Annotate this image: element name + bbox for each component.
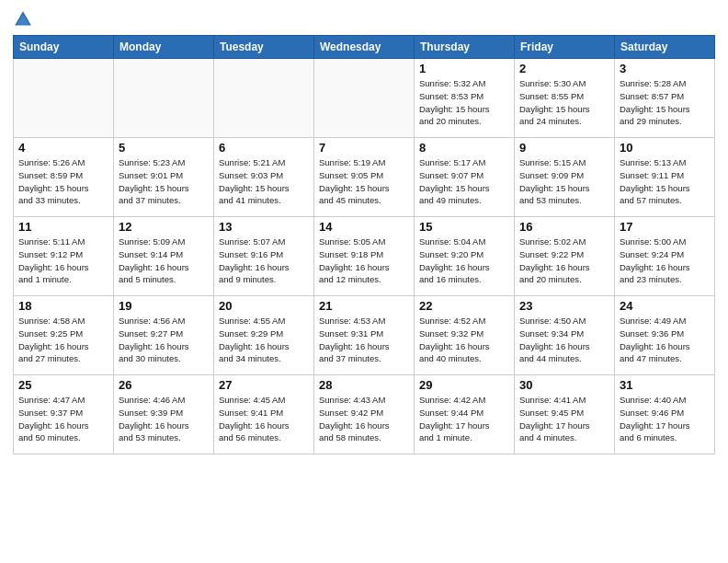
day-number: 29 <box>419 378 509 392</box>
calendar-cell: 27Sunrise: 4:45 AM Sunset: 9:41 PM Dayli… <box>214 375 314 454</box>
calendar-cell: 3Sunrise: 5:28 AM Sunset: 8:57 PM Daylig… <box>615 59 715 138</box>
week-row-4: 25Sunrise: 4:47 AM Sunset: 9:37 PM Dayli… <box>14 375 715 454</box>
day-number: 23 <box>519 299 609 313</box>
day-number: 3 <box>620 62 710 75</box>
day-info: Sunrise: 4:55 AM Sunset: 9:29 PM Dayligh… <box>219 315 309 365</box>
day-number: 25 <box>18 378 108 392</box>
day-number: 26 <box>119 378 209 392</box>
calendar-cell: 1Sunrise: 5:32 AM Sunset: 8:53 PM Daylig… <box>415 59 515 138</box>
day-info: Sunrise: 5:05 AM Sunset: 9:18 PM Dayligh… <box>319 236 409 286</box>
calendar-cell: 15Sunrise: 5:04 AM Sunset: 9:20 PM Dayli… <box>415 217 515 296</box>
day-info: Sunrise: 5:04 AM Sunset: 9:20 PM Dayligh… <box>419 236 509 286</box>
day-number: 15 <box>419 220 509 234</box>
day-info: Sunrise: 4:45 AM Sunset: 9:41 PM Dayligh… <box>219 394 309 444</box>
day-info: Sunrise: 5:11 AM Sunset: 9:12 PM Dayligh… <box>18 236 108 286</box>
week-row-1: 4Sunrise: 5:26 AM Sunset: 8:59 PM Daylig… <box>14 138 715 217</box>
calendar-cell: 14Sunrise: 5:05 AM Sunset: 9:18 PM Dayli… <box>314 217 415 296</box>
header-cell-wednesday: Wednesday <box>314 36 415 59</box>
day-info: Sunrise: 5:17 AM Sunset: 9:07 PM Dayligh… <box>419 156 509 207</box>
calendar-cell: 8Sunrise: 5:17 AM Sunset: 9:07 PM Daylig… <box>415 138 515 217</box>
day-number: 27 <box>219 378 309 392</box>
header-row: SundayMondayTuesdayWednesdayThursdayFrid… <box>14 36 715 59</box>
day-number: 5 <box>119 141 209 155</box>
week-row-3: 18Sunrise: 4:58 AM Sunset: 9:25 PM Dayli… <box>14 296 715 375</box>
calendar-cell: 26Sunrise: 4:46 AM Sunset: 9:39 PM Dayli… <box>114 375 214 454</box>
calendar-cell: 5Sunrise: 5:23 AM Sunset: 9:01 PM Daylig… <box>114 138 214 217</box>
calendar-cell: 16Sunrise: 5:02 AM Sunset: 9:22 PM Dayli… <box>515 217 615 296</box>
calendar-cell <box>214 59 314 138</box>
calendar-cell: 21Sunrise: 4:53 AM Sunset: 9:31 PM Dayli… <box>314 296 415 375</box>
day-number: 10 <box>620 141 710 155</box>
calendar-cell: 17Sunrise: 5:00 AM Sunset: 9:24 PM Dayli… <box>615 217 715 296</box>
day-number: 20 <box>219 299 309 313</box>
day-number: 18 <box>18 299 108 313</box>
day-number: 8 <box>419 141 509 155</box>
day-info: Sunrise: 5:23 AM Sunset: 9:01 PM Dayligh… <box>119 156 209 207</box>
day-info: Sunrise: 4:42 AM Sunset: 9:44 PM Dayligh… <box>419 394 509 444</box>
calendar-cell: 13Sunrise: 5:07 AM Sunset: 9:16 PM Dayli… <box>214 217 314 296</box>
header-cell-saturday: Saturday <box>615 36 715 59</box>
calendar-cell: 12Sunrise: 5:09 AM Sunset: 9:14 PM Dayli… <box>114 217 214 296</box>
header-cell-monday: Monday <box>114 36 214 59</box>
day-number: 16 <box>519 220 609 234</box>
calendar-cell: 4Sunrise: 5:26 AM Sunset: 8:59 PM Daylig… <box>14 138 114 217</box>
day-number: 19 <box>119 299 209 313</box>
day-number: 12 <box>119 220 209 234</box>
day-info: Sunrise: 5:02 AM Sunset: 9:22 PM Dayligh… <box>519 236 609 286</box>
day-info: Sunrise: 5:21 AM Sunset: 9:03 PM Dayligh… <box>219 156 309 207</box>
calendar-cell: 30Sunrise: 4:41 AM Sunset: 9:45 PM Dayli… <box>515 375 615 454</box>
calendar-cell: 29Sunrise: 4:42 AM Sunset: 9:44 PM Dayli… <box>415 375 515 454</box>
day-info: Sunrise: 5:00 AM Sunset: 9:24 PM Dayligh… <box>620 236 710 286</box>
day-info: Sunrise: 4:43 AM Sunset: 9:42 PM Dayligh… <box>319 394 409 444</box>
day-info: Sunrise: 5:13 AM Sunset: 9:11 PM Dayligh… <box>620 156 710 207</box>
day-info: Sunrise: 4:58 AM Sunset: 9:25 PM Dayligh… <box>18 315 108 365</box>
header-cell-tuesday: Tuesday <box>214 36 314 59</box>
calendar-cell: 10Sunrise: 5:13 AM Sunset: 9:11 PM Dayli… <box>615 138 715 217</box>
day-info: Sunrise: 5:28 AM Sunset: 8:57 PM Dayligh… <box>620 77 710 128</box>
header-cell-sunday: Sunday <box>14 36 114 59</box>
header-cell-friday: Friday <box>515 36 615 59</box>
day-info: Sunrise: 5:32 AM Sunset: 8:53 PM Dayligh… <box>419 77 509 128</box>
day-info: Sunrise: 4:49 AM Sunset: 9:36 PM Dayligh… <box>620 315 710 365</box>
day-number: 31 <box>620 378 710 392</box>
calendar-cell: 28Sunrise: 4:43 AM Sunset: 9:42 PM Dayli… <box>314 375 415 454</box>
day-info: Sunrise: 4:41 AM Sunset: 9:45 PM Dayligh… <box>519 394 609 444</box>
day-number: 13 <box>219 220 309 234</box>
day-info: Sunrise: 5:26 AM Sunset: 8:59 PM Dayligh… <box>18 156 108 207</box>
page: SundayMondayTuesdayWednesdayThursdayFrid… <box>0 0 728 563</box>
logo <box>13 9 36 29</box>
calendar-cell: 20Sunrise: 4:55 AM Sunset: 9:29 PM Dayli… <box>214 296 314 375</box>
calendar-cell: 11Sunrise: 5:11 AM Sunset: 9:12 PM Dayli… <box>14 217 114 296</box>
calendar-cell: 6Sunrise: 5:21 AM Sunset: 9:03 PM Daylig… <box>214 138 314 217</box>
calendar-cell <box>14 59 114 138</box>
header-cell-thursday: Thursday <box>415 36 515 59</box>
day-number: 7 <box>319 141 409 155</box>
day-number: 4 <box>18 141 108 155</box>
week-row-0: 1Sunrise: 5:32 AM Sunset: 8:53 PM Daylig… <box>14 59 715 138</box>
logo-icon <box>13 9 33 29</box>
day-info: Sunrise: 5:07 AM Sunset: 9:16 PM Dayligh… <box>219 236 309 286</box>
day-info: Sunrise: 4:56 AM Sunset: 9:27 PM Dayligh… <box>119 315 209 365</box>
day-info: Sunrise: 4:53 AM Sunset: 9:31 PM Dayligh… <box>319 315 409 365</box>
calendar-cell: 31Sunrise: 4:40 AM Sunset: 9:46 PM Dayli… <box>615 375 715 454</box>
calendar-cell: 22Sunrise: 4:52 AM Sunset: 9:32 PM Dayli… <box>415 296 515 375</box>
calendar-cell: 7Sunrise: 5:19 AM Sunset: 9:05 PM Daylig… <box>314 138 415 217</box>
day-info: Sunrise: 4:47 AM Sunset: 9:37 PM Dayligh… <box>18 394 108 444</box>
day-info: Sunrise: 5:09 AM Sunset: 9:14 PM Dayligh… <box>119 236 209 286</box>
calendar-cell <box>314 59 415 138</box>
day-info: Sunrise: 5:30 AM Sunset: 8:55 PM Dayligh… <box>519 77 609 128</box>
day-number: 30 <box>519 378 609 392</box>
calendar-cell: 23Sunrise: 4:50 AM Sunset: 9:34 PM Dayli… <box>515 296 615 375</box>
calendar-cell: 19Sunrise: 4:56 AM Sunset: 9:27 PM Dayli… <box>114 296 214 375</box>
week-row-2: 11Sunrise: 5:11 AM Sunset: 9:12 PM Dayli… <box>14 217 715 296</box>
day-number: 22 <box>419 299 509 313</box>
day-number: 2 <box>519 62 609 75</box>
day-number: 28 <box>319 378 409 392</box>
day-info: Sunrise: 5:19 AM Sunset: 9:05 PM Dayligh… <box>319 156 409 207</box>
calendar-table: SundayMondayTuesdayWednesdayThursdayFrid… <box>13 35 715 454</box>
calendar-cell: 24Sunrise: 4:49 AM Sunset: 9:36 PM Dayli… <box>615 296 715 375</box>
day-info: Sunrise: 4:50 AM Sunset: 9:34 PM Dayligh… <box>519 315 609 365</box>
header <box>13 9 715 29</box>
calendar-cell <box>114 59 214 138</box>
day-number: 24 <box>620 299 710 313</box>
